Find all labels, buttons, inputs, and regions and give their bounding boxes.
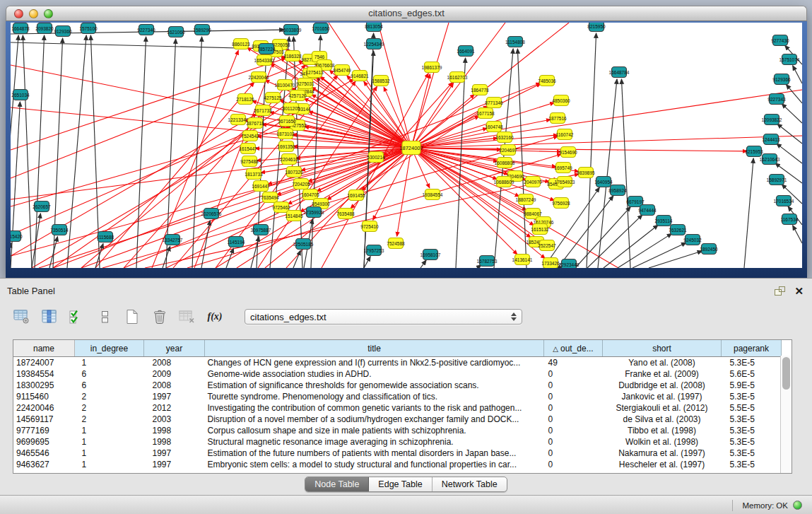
table-row[interactable]: 977716911998Corpus callosum shape and si…	[13, 425, 782, 436]
graph-edge[interactable]	[152, 50, 238, 268]
graph-node-label: 17016534	[774, 199, 794, 204]
graph-node-label: 1677158	[476, 111, 495, 116]
graph-node-label: 19384554	[423, 192, 443, 197]
graph-edge[interactable]	[226, 248, 233, 268]
graph-node-label: 8958924	[608, 188, 627, 193]
close-panel-icon[interactable]: ✕	[794, 286, 804, 296]
float-panel-icon[interactable]	[774, 286, 786, 296]
table-mode-icon[interactable]	[13, 308, 31, 325]
tab-node-table[interactable]: Node Table	[305, 477, 369, 491]
graph-edge[interactable]	[793, 66, 802, 83]
close-window-button[interactable]	[14, 9, 23, 18]
graph-edge[interactable]	[777, 124, 802, 144]
graph-edge[interactable]	[411, 148, 537, 218]
graph-node-label: 1115688	[97, 235, 114, 240]
graph-node-label: 1588532	[372, 78, 390, 83]
graph-edge[interactable]	[11, 114, 257, 256]
table-row[interactable]: 1456911722003Disruption of a novel membe…	[13, 414, 782, 425]
graph-edge[interactable]	[632, 243, 686, 268]
graph-node-label: 7546	[314, 54, 325, 59]
graph-edge[interactable]	[411, 119, 551, 148]
graph-edge[interactable]	[67, 35, 86, 268]
graph-edge[interactable]	[621, 79, 630, 268]
graph-node-label: 1664091	[457, 49, 475, 54]
memory-status-label: Memory: OK	[742, 501, 788, 510]
show-columns-icon[interactable]	[40, 308, 59, 325]
graph-edge[interactable]	[786, 85, 802, 103]
graph-node-label: 1244413	[762, 137, 780, 142]
memory-status-indicator[interactable]	[793, 501, 802, 510]
graph-node-label: 13342757	[163, 238, 183, 243]
graph-node-label: 1813733	[245, 172, 263, 177]
delete-column-icon[interactable]	[151, 308, 169, 325]
graph-node-label: 7635488	[336, 211, 355, 216]
graph-node-label: 1145194	[228, 240, 245, 245]
table-vertical-scrollbar[interactable]	[780, 356, 792, 473]
column-header-year[interactable]: year	[144, 340, 205, 357]
graph-edge[interactable]	[11, 148, 411, 256]
delete-table-icon[interactable]	[178, 308, 196, 325]
graph-edge[interactable]	[587, 33, 596, 268]
new-column-icon[interactable]	[123, 308, 141, 325]
node-table: namein_degreeyeartitle△out_de...shortpag…	[13, 339, 792, 474]
graph-edge[interactable]	[782, 104, 802, 123]
graph-edge[interactable]	[420, 260, 426, 268]
select-checklist-icon[interactable]	[68, 308, 86, 325]
table-row[interactable]: 946554611997Estimation of the future num…	[13, 448, 782, 459]
graph-edge[interactable]	[587, 215, 642, 268]
graph-edge[interactable]	[11, 42, 259, 49]
tab-edge-table[interactable]: Edge Table	[369, 477, 432, 491]
table-row[interactable]: 2242004622012Investigating the contribut…	[13, 402, 782, 414]
window-titlebar[interactable]: citations_edges.txt	[6, 6, 807, 21]
graph-edge[interactable]	[270, 37, 289, 268]
graph-node-label: 8813054	[365, 24, 383, 29]
tab-network-table[interactable]: Network Table	[433, 477, 507, 491]
graph-node-label: 6679197	[626, 199, 645, 204]
graph-edge[interactable]	[411, 23, 449, 148]
table-panel: Table Panel ✕	[0, 278, 812, 514]
table-select-dropdown[interactable]: citations_edges.txt	[245, 309, 522, 325]
table-row[interactable]: 1872400712008Changes of HCN gene express…	[13, 357, 782, 369]
network-window: citations_edges.txt 18724007886012389129…	[6, 6, 807, 278]
table-row[interactable]: 1830029562008Estimation of significance …	[13, 380, 782, 391]
minimize-window-button[interactable]	[29, 9, 38, 18]
column-header-in_degree[interactable]: in_degree	[75, 340, 144, 357]
column-header-short[interactable]: short	[603, 340, 722, 357]
graph-edge[interactable]	[517, 49, 526, 268]
zoom-window-button[interactable]	[44, 9, 53, 18]
table-row[interactable]: 911546021997Tourette syndrome. Phenomeno…	[13, 391, 782, 402]
graph-edge[interactable]	[777, 144, 802, 163]
function-builder-icon[interactable]: f(x)	[206, 308, 224, 325]
graph-edge[interactable]	[23, 35, 32, 268]
graph-edge[interactable]	[11, 102, 20, 268]
graph-edge[interactable]	[364, 257, 370, 268]
graph-edge[interactable]	[604, 225, 658, 268]
graph-edge[interactable]	[201, 221, 210, 268]
graph-node-label: 1640954	[594, 180, 613, 185]
column-header-title[interactable]: title	[205, 340, 544, 357]
status-separator	[732, 500, 733, 511]
graph-node-label: 2093820	[35, 26, 54, 31]
row-height-icon[interactable]	[95, 308, 114, 325]
column-header-pagerank[interactable]: pagerank	[722, 340, 782, 357]
graph-node-label: 22420046	[249, 75, 269, 80]
scrollbar-thumb[interactable]	[782, 357, 790, 390]
graph-node-label: 1632160	[495, 135, 514, 140]
graph-edge[interactable]	[166, 39, 176, 268]
table-row[interactable]: 1938455462009Genome-wide association stu…	[13, 368, 782, 380]
graph-edge[interactable]	[793, 226, 802, 243]
graph-edge[interactable]	[251, 237, 259, 268]
graph-edge[interactable]	[649, 251, 702, 268]
column-header-out_de[interactable]: △out_de...	[544, 340, 603, 357]
graph-node-label: 8186328	[283, 54, 302, 59]
network-canvas[interactable]: 1872400788601238912955182260589827503818…	[11, 23, 802, 268]
graph-node-label: 1514845	[285, 214, 303, 218]
graph-node-label: 8454749	[333, 68, 351, 73]
graph-edge[interactable]	[411, 136, 802, 148]
graph-edge[interactable]	[744, 158, 753, 268]
table-row[interactable]: 946362711997Embryonic stem cells: a mode…	[13, 459, 782, 470]
graph-edge[interactable]	[456, 58, 466, 268]
column-header-name[interactable]: name	[13, 340, 75, 357]
table-row[interactable]: 969969511998Structural magnetic resonanc…	[13, 436, 782, 448]
table-panel-title: Table Panel	[7, 286, 55, 296]
